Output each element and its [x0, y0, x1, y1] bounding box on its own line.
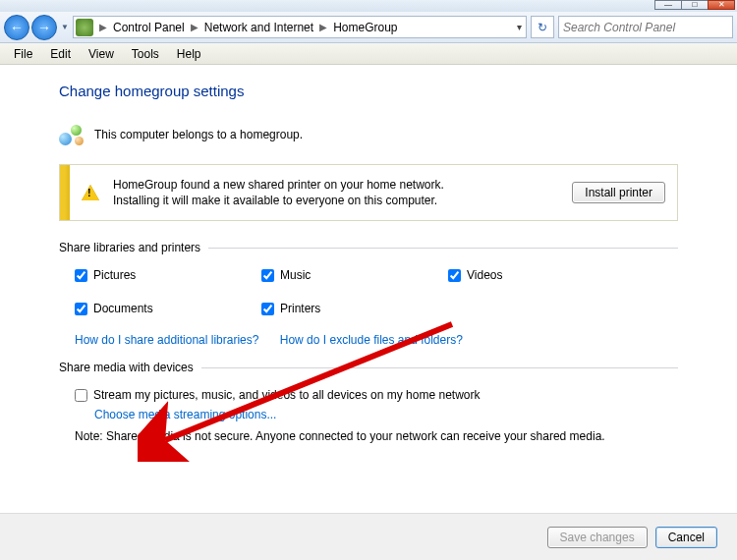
breadcrumb[interactable]: ▶ Control Panel ▶ Network and Internet ▶… — [73, 16, 527, 38]
checkbox-pictures[interactable]: Pictures — [75, 268, 261, 282]
title-bar: — □ ✕ — [0, 0, 737, 12]
install-printer-button[interactable]: Install printer — [572, 182, 665, 203]
search-input[interactable] — [563, 21, 728, 34]
chevron-right-icon[interactable]: ▶ — [319, 22, 327, 32]
checkbox-music[interactable]: Music — [261, 268, 448, 282]
navigation-bar: ← → ▼ ▶ Control Panel ▶ Network and Inte… — [0, 12, 737, 43]
notification-line1: HomeGroup found a new shared printer on … — [113, 177, 572, 193]
checkbox-printers[interactable]: Printers — [261, 302, 448, 315]
checkbox-videos-input[interactable] — [448, 269, 461, 282]
shared-media-warning-note: Note: Shared media is not secure. Anyone… — [75, 429, 678, 445]
breadcrumb-dropdown-icon[interactable]: ▾ — [517, 22, 522, 32]
checkbox-music-label: Music — [280, 268, 311, 282]
page-title: Change homegroup settings — [59, 83, 678, 99]
checkbox-documents[interactable]: Documents — [75, 302, 261, 315]
menu-tools[interactable]: Tools — [124, 45, 167, 63]
checkbox-printers-label: Printers — [280, 302, 320, 315]
breadcrumb-network-internet[interactable]: Network and Internet — [202, 19, 315, 36]
refresh-button[interactable]: ↻ — [531, 16, 554, 38]
printer-notification: HomeGroup found a new shared printer on … — [59, 164, 678, 221]
checkbox-stream-media[interactable]: Stream my pictures, music, and videos to… — [75, 388, 678, 402]
checkbox-videos-label: Videos — [467, 268, 502, 282]
menu-help[interactable]: Help — [169, 45, 209, 63]
checkbox-videos[interactable]: Videos — [448, 268, 635, 282]
link-exclude-files-folders[interactable]: How do I exclude files and folders? — [280, 333, 463, 347]
menu-view[interactable]: View — [81, 45, 122, 63]
belongs-text: This computer belongs to a homegroup. — [94, 128, 303, 141]
warning-icon — [82, 185, 99, 200]
checkbox-printers-input[interactable] — [261, 303, 274, 315]
menu-bar: File Edit View Tools Help — [0, 43, 737, 65]
checkbox-stream-media-label: Stream my pictures, music, and videos to… — [93, 388, 481, 402]
notification-line2: Installing it will make it available to … — [113, 193, 572, 208]
link-share-additional-libraries[interactable]: How do I share additional libraries? — [75, 333, 258, 347]
close-button[interactable]: ✕ — [708, 0, 735, 10]
content-area: Change homegroup settings This computer … — [0, 65, 737, 463]
section-share-libraries: Share libraries and printers — [59, 241, 200, 254]
breadcrumb-homegroup[interactable]: HomeGroup — [331, 19, 399, 36]
chevron-right-icon[interactable]: ▶ — [99, 22, 107, 32]
maximize-button[interactable]: □ — [681, 0, 709, 10]
checkbox-documents-input[interactable] — [75, 303, 87, 315]
chevron-right-icon[interactable]: ▶ — [191, 22, 198, 32]
menu-file[interactable]: File — [6, 45, 40, 63]
checkbox-music-input[interactable] — [261, 269, 274, 282]
back-button[interactable]: ← — [4, 15, 29, 40]
nav-history-dropdown[interactable]: ▼ — [59, 15, 71, 40]
divider — [208, 248, 678, 249]
notification-stripe — [60, 165, 70, 220]
checkbox-pictures-input[interactable] — [75, 269, 87, 282]
forward-button[interactable]: → — [31, 15, 57, 40]
cancel-button[interactable]: Cancel — [655, 527, 717, 548]
minimize-button[interactable]: — — [654, 0, 682, 10]
control-panel-icon — [76, 19, 93, 36]
menu-edit[interactable]: Edit — [42, 45, 79, 63]
checkbox-documents-label: Documents — [93, 302, 153, 315]
section-share-media-devices: Share media with devices — [59, 361, 194, 374]
checkbox-stream-media-input[interactable] — [75, 389, 87, 402]
checkbox-pictures-label: Pictures — [93, 268, 136, 282]
save-changes-button[interactable]: Save changes — [547, 527, 648, 548]
search-box[interactable] — [558, 16, 733, 38]
divider — [201, 367, 678, 368]
bottom-button-bar: Save changes Cancel — [0, 513, 737, 560]
homegroup-icon — [59, 123, 85, 146]
breadcrumb-control-panel[interactable]: Control Panel — [111, 19, 187, 36]
link-choose-media-streaming-options[interactable]: Choose media streaming options... — [94, 408, 276, 421]
